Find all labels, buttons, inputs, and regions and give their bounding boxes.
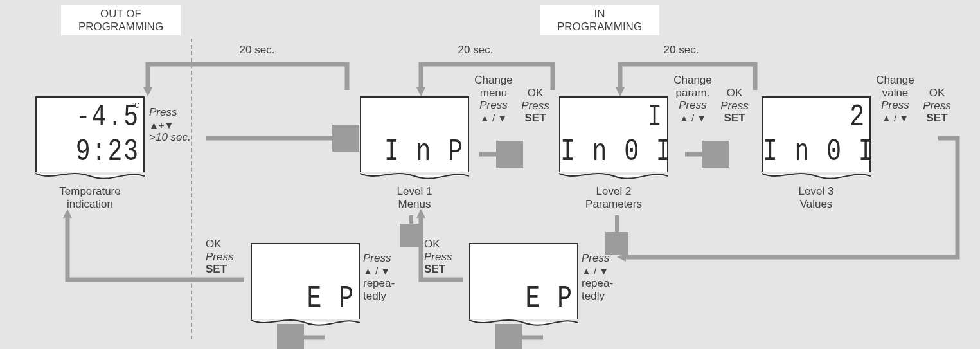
up-down-icon: ▲ / ▼: [882, 112, 909, 123]
svg-marker-10: [416, 209, 425, 218]
svg-marker-11: [63, 209, 72, 218]
seg-params-bot: I n 0 I: [560, 134, 672, 169]
seg-values-top: 2: [850, 100, 866, 134]
seg-values-bot: I n 0 I: [763, 134, 875, 169]
header-out: OUT OFPROGRAMMING: [61, 5, 181, 35]
display-parameters: I I n 0 I Level 2Parameters: [559, 96, 668, 210]
caption-values: Level 3Values: [762, 185, 871, 210]
label-change-param: Changeparam. Press ▲ / ▼: [670, 74, 715, 124]
label-ok-param: OK Press SET: [718, 87, 751, 125]
up-down-icon: ▲ / ▼: [582, 265, 609, 276]
svg-marker-4: [416, 87, 425, 96]
seg-params-top: I: [647, 100, 663, 134]
display-ep2: E P: [469, 243, 578, 328]
display-menus: I n P Level 1Menus: [360, 96, 469, 210]
display-base: [35, 172, 145, 181]
label-ep2-scroll: Press ▲ / ▼ repea-tedly: [582, 252, 620, 302]
display-ep1: E P: [251, 243, 360, 328]
display-temperature: -4.5 °C 9:23 Temperatureindication: [35, 96, 145, 210]
caption-menus: Level 1Menus: [360, 185, 469, 210]
timeout-1: 20 sec.: [231, 44, 283, 57]
caption-parameters: Level 2Parameters: [559, 185, 668, 210]
seg-menus-bot: I n P: [384, 134, 464, 169]
up-down-combo-icon: ▲+▼: [149, 120, 174, 130]
display-values: 2 I n 0 I Level 3Values: [762, 96, 871, 210]
up-down-icon: ▲ / ▼: [679, 112, 706, 123]
label-ep1-ok: OK Press SET: [206, 238, 241, 276]
mode-divider: [191, 39, 192, 339]
up-down-icon: ▲ / ▼: [480, 112, 507, 123]
caption-temperature: Temperatureindication: [35, 185, 145, 210]
seg-temp-bot: 9:23: [76, 134, 139, 169]
label-change-menu: Changemenu Press ▲ / ▼: [471, 74, 516, 124]
seg-ep2-bot: E P: [526, 281, 573, 316]
label-ep1-scroll: Press ▲ / ▼ repea-tedly: [363, 252, 402, 302]
label-ok-menu: OK Press SET: [519, 87, 551, 125]
timeout-3: 20 sec.: [655, 44, 707, 57]
unit-celsius: °C: [132, 102, 139, 109]
seg-ep1-bot: E P: [307, 281, 355, 316]
timeout-2: 20 sec.: [450, 44, 501, 57]
seg-temp-top: -4.5: [76, 100, 139, 134]
svg-marker-3: [143, 87, 152, 96]
programming-flow-diagram: OUT OFPROGRAMMING INPROGRAMMING 20 sec. …: [0, 0, 980, 349]
up-down-icon: ▲ / ▼: [363, 265, 390, 276]
svg-marker-5: [616, 87, 625, 96]
header-in: INPROGRAMMING: [540, 5, 659, 35]
label-ok-value: OK Press SET: [921, 87, 953, 125]
label-enter-programming: Press ▲+▼ >10 sec.: [149, 106, 194, 144]
label-ep2-ok: OK Press SET: [424, 238, 459, 276]
label-change-value: Changevalue Press ▲ / ▼: [873, 74, 918, 124]
